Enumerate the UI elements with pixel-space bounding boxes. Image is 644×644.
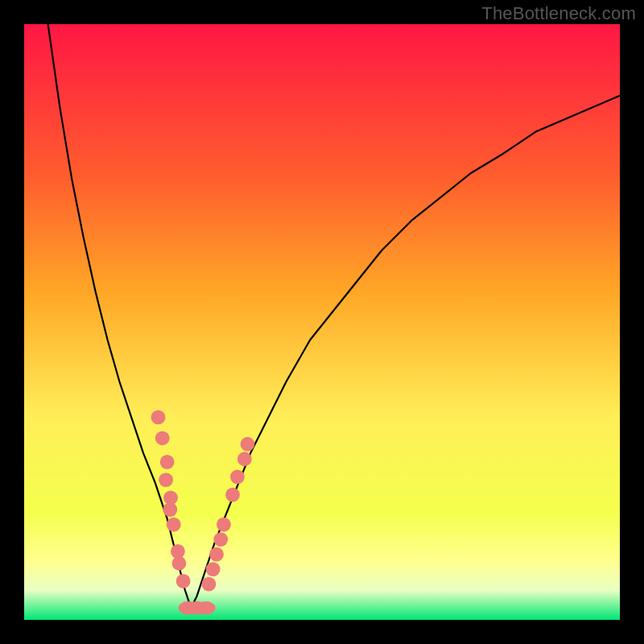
- plot-area: [24, 24, 620, 620]
- data-point-marker: [172, 556, 187, 571]
- data-point-marker: [241, 437, 255, 452]
- data-point-marker: [167, 518, 181, 532]
- data-point-marker: [206, 562, 221, 576]
- data-point-marker: [213, 532, 228, 547]
- data-point-marker: [151, 411, 166, 425]
- data-point-marker: [209, 547, 224, 562]
- data-point-marker: [163, 502, 177, 517]
- data-point-marker: [202, 577, 217, 592]
- data-point-marker: [155, 431, 170, 445]
- data-point-marker: [230, 470, 245, 485]
- chart-root: TheBottleneck.com: [0, 0, 644, 644]
- bottleneck-chart: [0, 0, 644, 644]
- data-point-marker: [217, 518, 231, 532]
- data-point-marker: [159, 473, 173, 487]
- watermark-text: TheBottleneck.com: [481, 3, 636, 24]
- data-point-marker: [237, 452, 252, 466]
- data-point-marker: [160, 455, 175, 469]
- data-point-marker: [196, 601, 216, 614]
- data-point-marker: [176, 574, 191, 588]
- data-point-marker: [225, 488, 240, 502]
